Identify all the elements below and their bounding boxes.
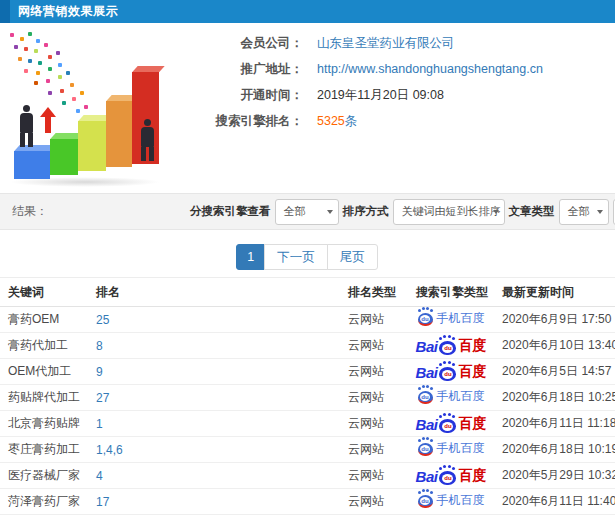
rank-type-cell: 云网站 (340, 489, 408, 515)
updated-time-cell: 2020年6月18日 10:25 (494, 385, 615, 411)
article-type-label: 文章类型 (509, 204, 555, 219)
keyword-cell: OEM代加工 (0, 359, 88, 385)
open-time-label: 开通时间： (185, 87, 303, 104)
article-type-value: 全部 (568, 204, 590, 219)
promo-url-link[interactable]: http://www.shandonghuangshengtang.cn (317, 62, 543, 76)
rank-link[interactable]: 25 (88, 307, 340, 333)
table-row: 膏药OEM25云网站du手机百度2020年6月9日 17:50 (0, 307, 615, 333)
chevron-down-icon (597, 210, 603, 214)
marketing-clipart (2, 31, 187, 189)
baidu-logo-bai: Bai (416, 364, 438, 381)
engine-type-cell: du手机百度 (408, 489, 494, 515)
engine-select-value: 全部 (284, 204, 306, 219)
rank-type-cell: 云网站 (340, 463, 408, 489)
chart-bar-orange (106, 101, 132, 167)
title-bar-accent (0, 0, 10, 23)
rank-unit: 条 (345, 114, 358, 128)
member-company-link[interactable]: 山东皇圣堂药业有限公司 (317, 35, 455, 52)
baidu-logo-bai: Bai (416, 338, 438, 355)
mobile-baidu-badge: du手机百度 (418, 440, 485, 457)
baidu-logo-badge: Baidu百度 (416, 337, 487, 355)
engine-rank-row: 搜索引擎排名： 5325条 (185, 108, 615, 134)
engine-type-cell: Baidu百度 (408, 463, 494, 489)
businessman-right (141, 119, 154, 161)
baidu-logo-cn: 百度 (458, 415, 486, 433)
baidu-logo-bai: Bai (416, 416, 438, 433)
rank-link[interactable]: 1,4,6 (88, 437, 340, 463)
rank-count: 5325 (317, 114, 345, 128)
table-row: 北京膏药贴牌1云网站Baidu百度2020年6月11日 11:18 (0, 411, 615, 437)
rank-link[interactable]: 27 (88, 385, 340, 411)
chart-bar-yellow (78, 121, 106, 171)
results-table: 关键词排名排名类型搜索引擎类型最新更新时间 膏药OEM25云网站du手机百度20… (0, 277, 615, 515)
chevron-down-icon (327, 210, 333, 214)
sort-filter-label: 排序方式 (343, 204, 389, 219)
results-table-body: 膏药OEM25云网站du手机百度2020年6月9日 17:50膏药代加工8云网站… (0, 307, 615, 515)
title-bar: 网络营销效果展示 (0, 0, 615, 23)
baidu-logo-badge: Baidu百度 (416, 363, 487, 381)
member-company-label: 会员公司： (185, 35, 303, 52)
filter-bar: 结果： 分搜索引擎查看 全部 排序方式 关键词由短到长排序 文章类型 全部 提交 (0, 193, 615, 230)
account-info-section: 会员公司： 山东皇圣堂药业有限公司 推广地址： http://www.shand… (0, 23, 615, 193)
keyword-cell: 菏泽膏药厂家 (0, 489, 88, 515)
baidu-paw-icon: du (439, 471, 456, 485)
engine-filter-label: 分搜索引擎查看 (190, 204, 271, 219)
baidu-paw-icon: du (418, 495, 433, 508)
chevron-down-icon (493, 210, 499, 214)
article-type-select[interactable]: 全部 (559, 199, 609, 225)
baidu-paw-icon: du (439, 341, 456, 355)
rank-type-cell: 云网站 (340, 359, 408, 385)
updated-time-cell: 2020年6月9日 17:50 (494, 307, 615, 333)
table-row: 医疗器械厂家4云网站Baidu百度2020年5月29日 10:32 (0, 463, 615, 489)
rank-type-cell: 云网站 (340, 307, 408, 333)
promo-url-row: 推广地址： http://www.shandonghuangshengtang.… (185, 56, 615, 82)
rank-type-cell: 云网站 (340, 333, 408, 359)
rank-link[interactable]: 9 (88, 359, 340, 385)
page-1-button[interactable]: 1 (236, 244, 265, 270)
engine-rank-value: 5325条 (317, 113, 357, 130)
result-label: 结果： (12, 194, 48, 229)
page: 网络营销效果展示 会员公司： 山东皇圣堂药业有限公司 (0, 0, 615, 520)
up-arrow-icon (40, 107, 56, 117)
engine-type-cell: Baidu百度 (408, 411, 494, 437)
engine-select[interactable]: 全部 (275, 199, 339, 225)
engine-rank-label: 搜索引擎排名： (185, 113, 303, 130)
updated-time-cell: 2020年6月11日 11:18 (494, 411, 615, 437)
keyword-cell: 药贴牌代加工 (0, 385, 88, 411)
last-page-button[interactable]: 尾页 (327, 244, 378, 270)
sort-select[interactable]: 关键词由短到长排序 (393, 199, 505, 225)
column-header: 排名 (88, 278, 340, 307)
promo-url-label: 推广地址： (185, 61, 303, 78)
mobile-baidu-label: 手机百度 (437, 388, 485, 405)
open-time-value: 2019年11月20日 09:08 (317, 87, 444, 104)
mobile-baidu-label: 手机百度 (437, 440, 485, 457)
baidu-logo-cn: 百度 (458, 363, 486, 381)
baidu-paw-icon: du (439, 419, 456, 433)
updated-time-cell: 2020年6月18日 10:19 (494, 437, 615, 463)
keyword-cell: 枣庄膏药加工 (0, 437, 88, 463)
column-header: 搜索引擎类型 (408, 278, 494, 307)
engine-type-cell: Baidu百度 (408, 333, 494, 359)
rank-link[interactable]: 8 (88, 333, 340, 359)
open-time-row: 开通时间： 2019年11月20日 09:08 (185, 82, 615, 108)
engine-type-cell: du手机百度 (408, 385, 494, 411)
updated-time-cell: 2020年5月29日 10:32 (494, 463, 615, 489)
rank-link[interactable]: 4 (88, 463, 340, 489)
keyword-cell: 膏药代加工 (0, 333, 88, 359)
account-info-rows: 会员公司： 山东皇圣堂药业有限公司 推广地址： http://www.shand… (185, 30, 615, 134)
chart-bar-blue (14, 151, 50, 179)
column-header: 关键词 (0, 278, 88, 307)
mobile-baidu-label: 手机百度 (437, 492, 485, 509)
rank-link[interactable]: 17 (88, 489, 340, 515)
keyword-cell: 北京膏药贴牌 (0, 411, 88, 437)
filter-controls: 分搜索引擎查看 全部 排序方式 关键词由短到长排序 文章类型 全部 提交 (190, 194, 615, 229)
baidu-paw-icon: du (418, 443, 433, 456)
rank-link[interactable]: 1 (88, 411, 340, 437)
keyword-cell: 医疗器械厂家 (0, 463, 88, 489)
table-row: 膏药代加工8云网站Baidu百度2020年6月10日 13:40 (0, 333, 615, 359)
next-page-button[interactable]: 下一页 (264, 244, 328, 270)
baidu-logo-badge: Baidu百度 (416, 467, 487, 485)
businessman-left (20, 105, 33, 147)
rank-type-cell: 云网站 (340, 385, 408, 411)
baidu-paw-icon: du (418, 391, 433, 404)
